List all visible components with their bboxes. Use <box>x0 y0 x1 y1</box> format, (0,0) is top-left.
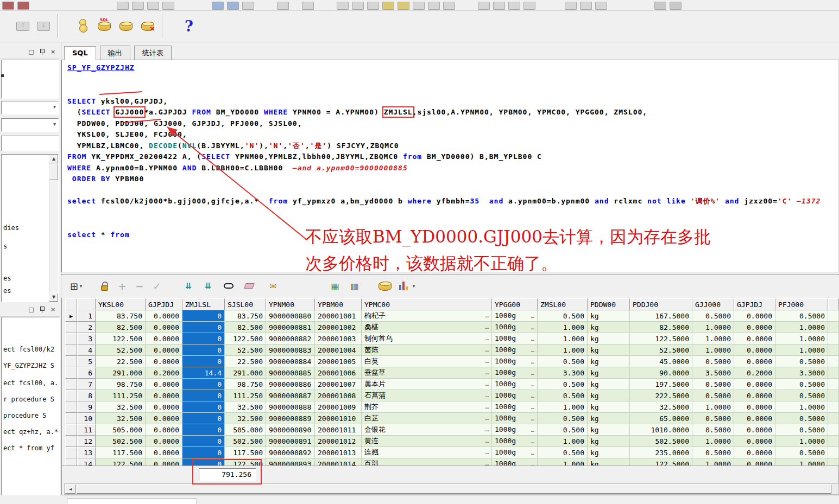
ellipsis-button[interactable]: … <box>485 391 489 400</box>
toolbar-icon[interactable] <box>17 2 29 10</box>
grid-cell[interactable]: 14.4 <box>182 367 225 379</box>
ellipsis-button[interactable]: … <box>531 311 534 321</box>
grid-cell[interactable]: 0.0000 <box>146 310 182 322</box>
tab-sql[interactable]: SQL <box>64 46 96 60</box>
toolbar-icon[interactable] <box>227 2 239 10</box>
grid-cell[interactable]: 0.0000 <box>734 344 775 356</box>
grid-cell[interactable]: 0.2000 <box>734 367 775 379</box>
lock-button[interactable] <box>95 277 113 295</box>
grid-cell[interactable]: 石菖蒲… <box>362 390 492 401</box>
delete-row-button[interactable]: − <box>130 277 149 295</box>
grid-cell[interactable]: 0 <box>182 379 225 390</box>
grid-cell[interactable]: 0 <box>182 458 225 465</box>
grid-cell[interactable]: 0.500 <box>538 424 588 436</box>
grid-cell[interactable]: kg <box>588 333 630 344</box>
list-item[interactable]: s <box>3 243 7 250</box>
toolbar-icon[interactable] <box>428 2 440 10</box>
grid-cell[interactable]: 22.500 <box>96 356 146 367</box>
grid-cell[interactable]: 1.000 <box>538 458 588 465</box>
grid-cell[interactable]: kg <box>588 447 630 458</box>
grid-cell[interactable]: 0.0000 <box>734 333 775 344</box>
grid-cell[interactable]: 1000g… <box>492 401 538 413</box>
grid-cell[interactable]: 505.000 <box>225 424 266 436</box>
history-item[interactable]: YF_GZYPZJHZ S <box>3 362 54 369</box>
grid-cell[interactable]: 3.300 <box>538 367 588 379</box>
ellipsis-button[interactable]: … <box>485 356 489 366</box>
grid-cell[interactable]: 藁本片… <box>362 379 492 390</box>
grid-cell[interactable]: 3.5000 <box>692 367 734 379</box>
grid-cell[interactable]: 0.5000 <box>692 390 734 401</box>
grid-cell[interactable]: 0.0000 <box>734 390 775 401</box>
ellipsis-button[interactable]: … <box>531 334 534 343</box>
table-row[interactable]: 1032.5000.0000032.5009000000889200001010… <box>65 413 839 424</box>
filter-dropdown-1[interactable]: ▾ <box>1 101 59 114</box>
toolbar-icon[interactable] <box>132 2 144 10</box>
ellipsis-button[interactable]: … <box>531 403 534 412</box>
grid-cell[interactable]: 0 <box>182 390 225 401</box>
column-header[interactable]: ZMSL00 <box>538 298 588 310</box>
toolbar-icon[interactable] <box>595 2 607 10</box>
apply-button[interactable]: ✓ <box>148 277 166 295</box>
ellipsis-button[interactable]: … <box>485 402 489 411</box>
db-tool-button[interactable] <box>376 277 394 295</box>
close-icon[interactable]: × <box>49 306 56 314</box>
drop-database-button[interactable]: × <box>138 16 157 36</box>
grid-menu-button[interactable]: ⊞ ▾ <box>67 277 85 295</box>
grid-cell[interactable]: kg <box>588 344 630 356</box>
grid-cell[interactable]: 白芷… <box>362 413 492 424</box>
grid-cell[interactable]: 1000g… <box>492 424 538 436</box>
grid-cell[interactable]: 1.0000 <box>692 344 734 356</box>
grid-cell[interactable]: 0.0000 <box>146 333 182 344</box>
ellipsis-button[interactable]: … <box>485 413 489 423</box>
grid-cell[interactable]: 0 <box>182 413 225 424</box>
toolbar-icon[interactable] <box>367 2 379 10</box>
restore-icon[interactable]: □ <box>28 48 35 56</box>
pin-icon[interactable] <box>40 48 45 56</box>
history-item[interactable]: r procedure S <box>3 395 54 403</box>
grid-cell[interactable]: 9000000889 <box>266 413 315 424</box>
grid-cell[interactable]: 0.0000 <box>146 356 182 367</box>
ellipsis-button[interactable]: … <box>485 448 489 457</box>
grid-cell[interactable]: 9000000882 <box>266 333 315 344</box>
grid-cell[interactable]: 0.0000 <box>146 413 182 424</box>
grid-cell[interactable]: 0.0000 <box>734 447 775 458</box>
grid-cell[interactable]: 0.0000 <box>734 424 775 436</box>
ellipsis-button[interactable]: … <box>531 448 534 457</box>
grid-cell[interactable]: 3.3000 <box>775 367 828 379</box>
table-row[interactable]: 798.7500.0000098.7509000000886200001007藁… <box>65 379 839 390</box>
grid-cell[interactable]: 黄连… <box>362 436 492 447</box>
grid-cell[interactable]: 1000g… <box>492 379 538 390</box>
ellipsis-button[interactable]: … <box>485 311 489 320</box>
toolbar-icon[interactable] <box>302 2 314 10</box>
grid-cell[interactable]: 200001007 <box>315 379 362 390</box>
database-button[interactable] <box>116 16 136 36</box>
grid-cell[interactable]: 金银花… <box>362 424 492 436</box>
grid-cell[interactable]: 9000000893 <box>266 458 315 465</box>
grid-cell[interactable]: 0.0000 <box>734 322 775 333</box>
grid-cell[interactable]: 90.0000 <box>630 367 692 379</box>
sql-history-list[interactable]: ect fcsl00/k2YF_GZYPZJHZ Sect fcsl00, a.… <box>1 317 60 503</box>
grid-cell[interactable]: 222.5000 <box>630 390 692 401</box>
filter-dropdown-2[interactable]: ▾ <box>1 118 59 132</box>
grid-cell[interactable]: 0.0000 <box>734 379 775 390</box>
grid-cell[interactable]: 0 <box>182 447 225 458</box>
grid-cell[interactable]: 167.5000 <box>630 310 692 322</box>
grid-cell[interactable]: 1000g… <box>492 413 538 424</box>
grid-cell[interactable]: kg <box>588 379 630 390</box>
column-header[interactable]: YPGG00 <box>492 298 538 310</box>
grid-cell[interactable]: 1000g… <box>492 458 538 465</box>
grid-cell[interactable]: 122.500 <box>225 333 266 344</box>
grid-cell[interactable]: 9000000886 <box>266 379 315 390</box>
history-item[interactable]: ect qz+hz, a.* <box>3 428 58 436</box>
grid-cell[interactable]: 0 <box>182 356 225 367</box>
toolbar-icon[interactable] <box>398 2 409 10</box>
grid-cell[interactable]: 0.500 <box>538 310 588 322</box>
grid-cell[interactable]: 荆芥… <box>362 401 492 413</box>
grid-cell[interactable]: 0.5000 <box>692 310 734 322</box>
grid-cell[interactable]: 291.000 <box>225 367 266 379</box>
column-header[interactable]: YKSL00 <box>96 298 146 310</box>
grid-cell[interactable]: 0.0000 <box>146 436 182 447</box>
scroll-down-button[interactable]: ▼ <box>49 293 58 302</box>
pin-icon[interactable] <box>40 306 45 314</box>
grid-cell[interactable]: 122.5000 <box>630 333 692 344</box>
